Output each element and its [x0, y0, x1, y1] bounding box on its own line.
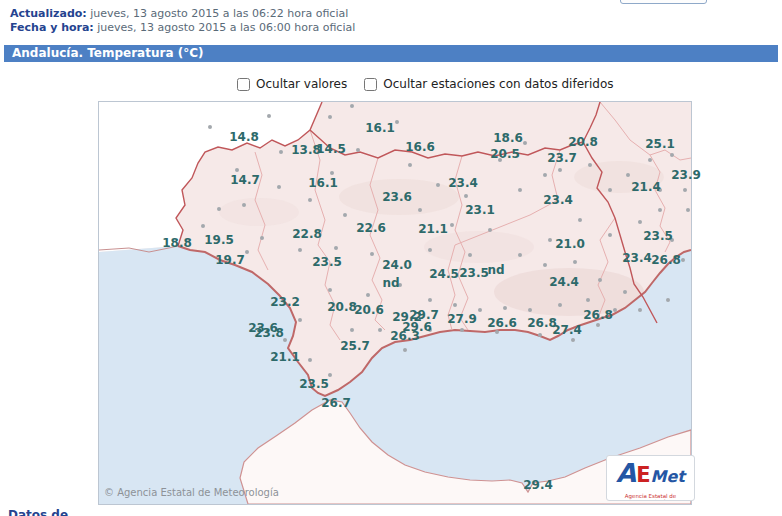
temperature-value: 26.7: [321, 396, 351, 410]
temperature-value: 24.4: [549, 275, 579, 289]
hide-values-label[interactable]: Ocultar valores: [256, 77, 347, 91]
temperature-value: 23.5: [459, 266, 489, 280]
temperature-value: 24.5: [429, 267, 459, 281]
temperature-value: 21.4: [631, 180, 661, 194]
updated-label: Actualizado:: [10, 7, 87, 20]
aemet-logo-met: Met: [651, 467, 685, 486]
temperature-value: nd: [487, 263, 504, 277]
temperature-value: 21.0: [555, 237, 585, 251]
temperature-value: 23.7: [547, 151, 577, 165]
updated-line: Actualizado: jueves, 13 agosto 2015 a la…: [10, 7, 355, 21]
temperature-value: 22.8: [292, 227, 322, 241]
temperature-value: 25.1: [645, 137, 675, 151]
temperature-value: 14.5: [316, 142, 346, 156]
datetime-value: jueves, 13 agosto 2015 a las 06:00 hora …: [97, 21, 355, 34]
temperature-map[interactable]: 14.813.814.516.114.716.116.618.620.520.8…: [98, 101, 692, 505]
hide-values-checkbox[interactable]: [237, 78, 250, 91]
hide-deferred-stations-label[interactable]: Ocultar estaciones con datos diferidos: [383, 77, 613, 91]
temperature-value: 20.5: [490, 147, 520, 161]
temperature-value: nd: [382, 276, 399, 290]
aemet-logo-a: A: [616, 458, 636, 488]
map-controls: Ocultar valores Ocultar estaciones con d…: [237, 77, 614, 91]
temperature-value: 23.6: [382, 190, 412, 204]
temperature-labels-layer: 14.813.814.516.114.716.116.618.620.520.8…: [99, 102, 691, 504]
temperature-value: 26.6: [487, 316, 517, 330]
temperature-value: 23.4: [448, 176, 478, 190]
temperature-value: 21.1: [418, 222, 448, 236]
temperature-value: 16.1: [308, 176, 338, 190]
temperature-value: 23.1: [465, 203, 495, 217]
temperature-value: 23.2: [270, 295, 300, 309]
temperature-value: 18.6: [493, 131, 523, 145]
page-header: Actualizado: jueves, 13 agosto 2015 a la…: [10, 7, 355, 35]
temperature-value: 23.4: [543, 193, 573, 207]
temperature-value: 20.8: [327, 300, 357, 314]
temperature-value: 14.7: [230, 173, 260, 187]
temperature-value: 27.4: [552, 323, 582, 337]
temperature-value: 23.5: [299, 377, 329, 391]
clipped-bottom-text: Datos de: [8, 508, 68, 516]
temperature-value: 26.8: [583, 308, 613, 322]
temperature-value: 20.6: [354, 303, 384, 317]
temperature-value: 23.8: [254, 326, 284, 340]
temperature-value: 20.8: [568, 135, 598, 149]
temperature-value: 19.7: [215, 253, 245, 267]
aemet-logo-word: AEMet: [607, 458, 694, 492]
temperature-value: 23.5: [312, 255, 342, 269]
truncated-dropdown[interactable]: [620, 0, 707, 4]
temperature-value: 16.6: [405, 140, 435, 154]
datetime-line: Fecha y hora: jueves, 13 agosto 2015 a l…: [10, 21, 355, 35]
temperature-value: 14.8: [229, 130, 259, 144]
temperature-value: 26.8: [651, 253, 681, 267]
temperature-value: 25.7: [340, 339, 370, 353]
temperature-value: 23.5: [643, 229, 673, 243]
temperature-value: 27.9: [447, 312, 477, 326]
temperature-value: 18.8: [162, 236, 192, 250]
section-title-bar: Andalucía. Temperatura (°C): [4, 45, 778, 62]
temperature-value: 26.3: [390, 329, 420, 343]
aemet-logo-e: E: [636, 463, 650, 487]
temperature-value: 23.9: [671, 168, 701, 182]
temperature-value: 22.6: [356, 221, 386, 235]
temperature-value: 16.1: [365, 121, 395, 135]
aemet-logo-subtitle: Agencia Estatal de Meteorología: [607, 493, 694, 501]
aemet-logo: AEMet Agencia Estatal de Meteorología: [606, 455, 695, 501]
datetime-label: Fecha y hora:: [10, 21, 94, 34]
hide-deferred-stations-checkbox[interactable]: [364, 78, 377, 91]
temperature-value: 21.1: [270, 350, 300, 364]
temperature-value: 24.0: [382, 258, 412, 272]
temperature-value: 23.4: [622, 251, 652, 265]
updated-value: jueves, 13 agosto 2015 a las 06:22 hora …: [90, 7, 348, 20]
map-copyright: © Agencia Estatal de Meteorología: [104, 487, 279, 498]
temperature-value: 29.4: [523, 478, 553, 492]
temperature-value: 19.5: [204, 233, 234, 247]
